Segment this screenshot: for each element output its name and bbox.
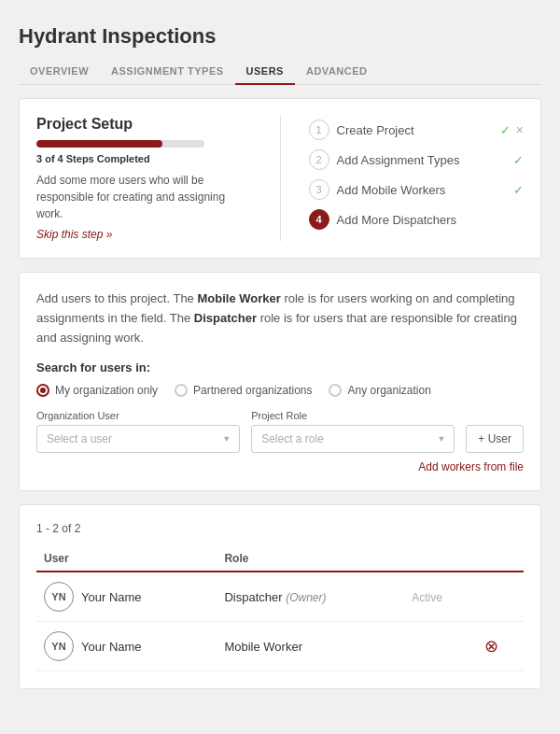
nav-tabs: Overview Assignment Types Users Advanced xyxy=(19,58,541,85)
project-setup-title: Project Setup xyxy=(36,116,252,133)
org-user-group: Organization User Select a user xyxy=(36,410,240,453)
dispatcher-bold: Dispatcher xyxy=(194,311,257,325)
avatar-2: YN xyxy=(44,631,74,661)
step-label-2: Add Assignment Types xyxy=(337,153,511,167)
project-role-select-wrapper: Select a role xyxy=(251,425,455,453)
project-role-select[interactable]: Select a role xyxy=(251,425,455,453)
user-table: User Role YN Your Name Dispatcher xyxy=(36,546,524,671)
role-cell-1: Dispatcher (Owner) xyxy=(217,572,404,622)
project-setup-card: Project Setup 3 of 4 Steps Completed Add… xyxy=(19,98,541,259)
project-role-label: Project Role xyxy=(251,410,455,421)
progress-bar-fill xyxy=(36,140,162,148)
col-header-role: Role xyxy=(217,546,404,572)
users-info-card: Add users to this project. The Mobile Wo… xyxy=(19,272,541,491)
project-role-group: Project Role Select a role xyxy=(251,410,455,453)
remove-user-button[interactable]: ⊗ xyxy=(484,637,498,656)
radio-partnered-label: Partnered organizations xyxy=(193,384,312,397)
role-cell-2: Mobile Worker xyxy=(217,622,404,671)
radio-my-org-circle xyxy=(36,384,49,397)
user-cell-inner-1: YN Your Name xyxy=(44,582,209,612)
setup-description: Add some more users who will be responsi… xyxy=(36,172,252,222)
users-table-card: 1 - 2 of 2 User Role YN Your Name xyxy=(19,504,541,689)
add-user-button[interactable]: + User xyxy=(466,425,524,453)
add-workers-link[interactable]: Add workers from file xyxy=(36,460,524,473)
user-form-row: Organization User Select a user Project … xyxy=(36,410,524,453)
user-name-1: Your Name xyxy=(81,590,142,604)
setup-step-3: 3 Add Mobile Workers ✓ xyxy=(309,179,525,200)
setup-step-1: 1 Create Project ✓ × xyxy=(309,120,525,140)
setup-step-4: 4 Add More Dispatchers xyxy=(309,209,525,230)
org-user-select-wrapper: Select a user xyxy=(36,425,240,453)
user-name-2: Your Name xyxy=(81,640,142,654)
page-title: Hydrant Inspections xyxy=(19,24,551,49)
step-check-3: ✓ xyxy=(513,183,524,197)
action-cell-1 xyxy=(477,572,524,622)
tab-users[interactable]: Users xyxy=(235,58,295,84)
radio-group: My organization only Partnered organizat… xyxy=(36,384,524,397)
status-cell-2 xyxy=(404,622,477,671)
radio-any-org-label: Any organization xyxy=(347,384,430,397)
step-check-1: ✓ xyxy=(500,123,511,137)
radio-my-org-label: My organization only xyxy=(55,384,158,397)
org-user-select[interactable]: Select a user xyxy=(36,425,240,453)
table-count: 1 - 2 of 2 xyxy=(36,522,524,535)
avatar-1: YN xyxy=(44,582,74,612)
role-text-1: Dispatcher xyxy=(224,590,282,604)
users-info-text: Add users to this project. The Mobile Wo… xyxy=(36,289,524,347)
status-cell-1: Active xyxy=(404,572,477,622)
step-num-1: 1 xyxy=(309,120,329,140)
tab-assignment-types[interactable]: Assignment Types xyxy=(100,58,234,84)
action-cell-2[interactable]: ⊗ xyxy=(477,622,524,671)
step-num-3: 3 xyxy=(309,179,329,200)
table-header-row: User Role xyxy=(36,546,524,572)
tab-overview[interactable]: Overview xyxy=(19,58,100,84)
table-row: YN Your Name Dispatcher (Owner) Active xyxy=(36,572,524,622)
col-header-status xyxy=(404,546,477,572)
mobile-worker-bold: Mobile Worker xyxy=(197,291,280,305)
radio-partnered[interactable]: Partnered organizations xyxy=(175,384,312,397)
radio-my-org[interactable]: My organization only xyxy=(36,384,158,397)
step-check-2: ✓ xyxy=(513,153,524,167)
col-header-action xyxy=(477,546,524,572)
skip-step-link[interactable]: Skip this step » xyxy=(36,228,252,241)
table-row: YN Your Name Mobile Worker ⊗ xyxy=(36,622,524,671)
radio-partnered-circle xyxy=(175,384,188,397)
status-badge-1: Active xyxy=(412,591,442,604)
org-user-label: Organization User xyxy=(36,410,240,421)
progress-bar-bg xyxy=(36,140,204,148)
col-header-user: User xyxy=(36,546,217,572)
setup-steps-list: 1 Create Project ✓ × 2 Add Assignment Ty… xyxy=(309,116,525,241)
step-close-1[interactable]: × xyxy=(516,122,524,137)
user-cell-2: YN Your Name xyxy=(36,622,217,671)
radio-any-org-circle xyxy=(329,384,342,397)
role-text-2: Mobile Worker xyxy=(224,640,302,654)
step-label-3: Add Mobile Workers xyxy=(337,183,511,197)
search-label: Search for users in: xyxy=(36,360,524,374)
user-cell-1: YN Your Name xyxy=(36,572,217,622)
step-label-4: Add More Dispatchers xyxy=(337,213,525,227)
step-label-1: Create Project xyxy=(337,123,497,137)
step-num-2: 2 xyxy=(309,149,329,170)
tab-advanced[interactable]: Advanced xyxy=(295,58,379,84)
step-num-4: 4 xyxy=(309,209,329,230)
vertical-divider xyxy=(280,116,281,241)
setup-step-2: 2 Add Assignment Types ✓ xyxy=(309,149,525,170)
role-sub-1: (Owner) xyxy=(286,591,326,604)
radio-any-org[interactable]: Any organization xyxy=(329,384,430,397)
add-user-btn-group: + User xyxy=(466,410,524,453)
steps-completed-text: 3 of 4 Steps Completed xyxy=(36,153,252,164)
user-cell-inner-2: YN Your Name xyxy=(44,631,209,661)
